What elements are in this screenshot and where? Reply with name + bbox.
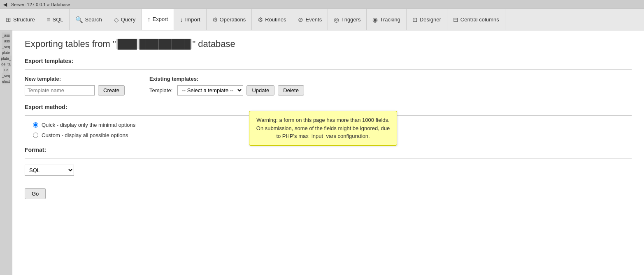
- radio-quick[interactable]: [33, 122, 38, 128]
- nav-item-search[interactable]: 🔍Search: [70, 9, 108, 30]
- radio-label-quick: Quick - display only the minimal options: [42, 122, 135, 128]
- sidebar-item[interactable]: _ass: [2, 38, 10, 44]
- page-title: Exporting tables from "███ ████████" dat…: [25, 39, 632, 49]
- export-method-title: Export method:: [25, 104, 632, 110]
- query-icon: ◇: [114, 16, 119, 23]
- routines-icon: ⚙: [258, 16, 263, 23]
- update-button[interactable]: Update: [246, 85, 274, 96]
- new-template-label: New template:: [25, 76, 125, 82]
- radio-custom[interactable]: [33, 133, 38, 138]
- nav-label-query: Query: [121, 16, 135, 23]
- nav-bar: ⊞Structure≡SQL🔍Search◇Query↑Export↓Impor…: [0, 9, 644, 30]
- back-button[interactable]: ◀: [3, 2, 7, 7]
- go-button-row: Go: [25, 184, 632, 199]
- sidebar-item[interactable]: lue: [3, 67, 9, 73]
- nav-item-designer[interactable]: ⊡Designer: [407, 9, 447, 30]
- sidebar-item[interactable]: plate_: [0, 56, 12, 61]
- import-icon: ↓: [180, 16, 183, 23]
- nav-label-search: Search: [85, 16, 102, 23]
- nav-label-structure: Structure: [13, 16, 35, 23]
- nav-label-export: Export: [153, 16, 168, 22]
- format-section: Format: SQLCSVJSONXML: [25, 147, 632, 176]
- section-divider-3: [25, 158, 632, 158]
- nav-label-central-columns: Central columns: [460, 16, 499, 23]
- nav-label-routines: Routines: [265, 16, 286, 23]
- format-title: Format:: [25, 147, 632, 153]
- nav-label-sql: SQL: [53, 16, 63, 23]
- go-button[interactable]: Go: [25, 188, 46, 199]
- export-templates-title: Export templates:: [25, 58, 632, 64]
- nav-label-designer: Designer: [420, 16, 441, 23]
- nav-item-export[interactable]: ↑Export: [142, 9, 174, 30]
- template-name-input[interactable]: [25, 85, 95, 96]
- create-button[interactable]: Create: [98, 85, 125, 96]
- sidebar-item[interactable]: elect: [2, 79, 10, 84]
- browser-bar: ◀ Server: 127.0.0.1 » Database: [0, 0, 644, 9]
- template-field-label: Template:: [149, 87, 172, 93]
- sidebar-item[interactable]: _seq: [2, 44, 11, 50]
- existing-templates-col: Existing templates: Template: -- Select …: [149, 76, 304, 96]
- tracking-icon: ◉: [372, 16, 378, 23]
- nav-item-events[interactable]: ⊘Events: [292, 9, 328, 30]
- nav-item-import[interactable]: ↓Import: [174, 9, 206, 30]
- central-columns-icon: ⊟: [453, 16, 458, 23]
- sql-icon: ≡: [47, 16, 51, 23]
- delete-button[interactable]: Delete: [278, 85, 304, 96]
- nav-item-operations[interactable]: ⚙Operations: [207, 9, 252, 30]
- events-icon: ⊘: [298, 16, 303, 23]
- radio-label-custom: Custom - display all possible options: [42, 132, 128, 138]
- nav-item-sql[interactable]: ≡SQL: [41, 9, 70, 30]
- designer-icon: ⊡: [412, 16, 418, 23]
- sidebar-item[interactable]: _seq: [2, 73, 11, 79]
- format-select[interactable]: SQLCSVJSONXML: [25, 165, 74, 176]
- sidebar-item[interactable]: plate: [2, 50, 11, 56]
- triggers-icon: ◎: [334, 16, 339, 23]
- sidebar-item[interactable]: de_ta: [1, 61, 11, 67]
- export-icon: ↑: [147, 16, 151, 23]
- warning-text: Warning: a form on this page has more th…: [256, 117, 390, 139]
- nav-label-operations: Operations: [220, 16, 246, 23]
- structure-icon: ⊞: [6, 16, 11, 23]
- new-template-input-row: Create: [25, 85, 125, 96]
- nav-label-tracking: Tracking: [380, 16, 400, 23]
- layout: _ass_ass_seqplateplate_de_talue_seqelect…: [0, 30, 644, 275]
- main-content: Exporting tables from "███ ████████" dat…: [12, 30, 644, 275]
- new-template-col: New template: Create: [25, 76, 125, 96]
- warning-tooltip: Warning: a form on this page has more th…: [249, 111, 397, 146]
- search-icon: 🔍: [75, 16, 83, 23]
- nav-item-central-columns[interactable]: ⊟Central columns: [447, 9, 505, 30]
- nav-label-triggers: Triggers: [341, 16, 360, 23]
- templates-row: New template: Create Existing templates:…: [25, 76, 632, 96]
- sidebar-item[interactable]: _ass: [2, 33, 10, 38]
- operations-icon: ⚙: [212, 16, 218, 23]
- nav-item-structure[interactable]: ⊞Structure: [0, 9, 41, 30]
- existing-templates-label: Existing templates:: [149, 76, 304, 82]
- nav-item-tracking[interactable]: ◉Tracking: [367, 9, 406, 30]
- sidebar: _ass_ass_seqplateplate_de_talue_seqelect: [0, 30, 12, 275]
- nav-item-query[interactable]: ◇Query: [108, 9, 142, 30]
- section-divider-1: [25, 69, 632, 70]
- nav-label-import: Import: [185, 16, 200, 23]
- address-bar: Server: 127.0.0.1 » Database: [11, 2, 70, 7]
- nav-item-triggers[interactable]: ◎Triggers: [328, 9, 367, 30]
- template-select[interactable]: -- Select a template --: [177, 85, 243, 96]
- nav-item-routines[interactable]: ⚙Routines: [252, 9, 292, 30]
- nav-label-events: Events: [305, 16, 322, 23]
- existing-templates-row: Template: -- Select a template -- Update…: [149, 85, 304, 96]
